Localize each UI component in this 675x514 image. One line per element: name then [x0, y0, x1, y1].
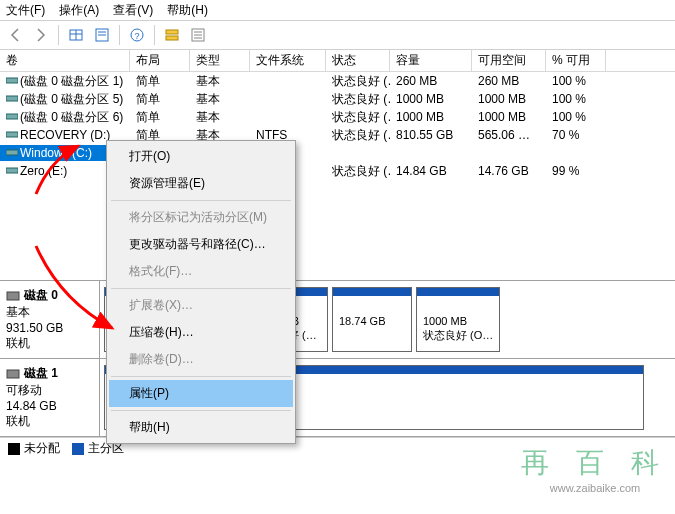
- col-type[interactable]: 类型: [190, 49, 250, 72]
- ctx-format: 格式化(F)…: [109, 258, 293, 285]
- menu-file[interactable]: 文件(F): [6, 2, 45, 18]
- svg-rect-17: [6, 132, 18, 137]
- ctx-delete: 删除卷(D)…: [109, 346, 293, 373]
- ctx-help[interactable]: 帮助(H): [109, 414, 293, 441]
- volume-icon: [6, 74, 18, 88]
- col-volume[interactable]: 卷: [0, 49, 130, 72]
- table-view-icon[interactable]: [65, 24, 87, 46]
- properties-icon[interactable]: [91, 24, 113, 46]
- col-capacity[interactable]: 容量: [390, 49, 472, 72]
- ctx-open[interactable]: 打开(O): [109, 143, 293, 170]
- col-pct[interactable]: % 可用: [546, 49, 606, 72]
- volume-icon: [6, 92, 18, 106]
- volume-pane: 卷 布局 类型 文件系统 状态 容量 可用空间 % 可用 (磁盘 0 磁盘分区 …: [0, 50, 675, 281]
- disk-area: 磁盘 0基本931.50 GB联机RECOVERY (D:)810.55 GB …: [0, 281, 675, 437]
- legend-unallocated: 未分配: [8, 440, 60, 457]
- volume-icon: [6, 128, 18, 142]
- col-status[interactable]: 状态: [326, 49, 390, 72]
- col-free[interactable]: 可用空间: [472, 49, 546, 72]
- disk-icon: [6, 290, 20, 302]
- svg-rect-21: [7, 370, 19, 378]
- ctx-extend: 扩展卷(X)…: [109, 292, 293, 319]
- watermark: 再 百 科 www.zaibaike.com: [521, 444, 669, 494]
- disk-row: 磁盘 0基本931.50 GB联机RECOVERY (D:)810.55 GB …: [0, 281, 675, 359]
- ctx-shrink[interactable]: 压缩卷(H)…: [109, 319, 293, 346]
- menu-action[interactable]: 操作(A): [59, 2, 99, 18]
- list-icon[interactable]: [187, 24, 209, 46]
- volume-row[interactable]: Windows (C:)简单基本NTFS状态良好 (…100.00 GB7.56…: [0, 144, 675, 162]
- partition-box[interactable]: 18.74 GB: [332, 287, 412, 352]
- partition-box[interactable]: 1000 MB状态良好 (O…: [416, 287, 500, 352]
- svg-text:?: ?: [134, 31, 139, 41]
- volume-header: 卷 布局 类型 文件系统 状态 容量 可用空间 % 可用: [0, 50, 675, 72]
- svg-rect-18: [6, 150, 18, 155]
- context-menu: 打开(O) 资源管理器(E) 将分区标记为活动分区(M) 更改驱动器号和路径(C…: [106, 140, 296, 444]
- volume-icon: [6, 146, 18, 160]
- volume-icon: [6, 110, 18, 124]
- volume-icon: [6, 164, 18, 178]
- volume-row[interactable]: (磁盘 0 磁盘分区 6)简单基本状态良好 (…1000 MB1000 MB10…: [0, 108, 675, 126]
- volume-row[interactable]: (磁盘 0 磁盘分区 1)简单基本状态良好 (…260 MB260 MB100 …: [0, 72, 675, 90]
- col-fs[interactable]: 文件系统: [250, 49, 326, 72]
- disk-label[interactable]: 磁盘 1可移动14.84 GB联机: [0, 359, 100, 436]
- volume-row[interactable]: (磁盘 0 磁盘分区 5)简单基本状态良好 (…1000 MB1000 MB10…: [0, 90, 675, 108]
- toolbar: ?: [0, 20, 675, 50]
- back-button[interactable]: [4, 24, 26, 46]
- ctx-change-letter[interactable]: 更改驱动器号和路径(C)…: [109, 231, 293, 258]
- menubar: 文件(F) 操作(A) 查看(V) 帮助(H): [0, 0, 675, 20]
- volume-rows: (磁盘 0 磁盘分区 1)简单基本状态良好 (…260 MB260 MB100 …: [0, 72, 675, 280]
- svg-rect-9: [166, 36, 178, 40]
- volume-row[interactable]: Zero (E:)简单基本NTFS状态良好 (…14.84 GB14.76 GB…: [0, 162, 675, 180]
- col-layout[interactable]: 布局: [130, 49, 190, 72]
- svg-rect-16: [6, 114, 18, 119]
- svg-rect-15: [6, 96, 18, 101]
- svg-rect-14: [6, 78, 18, 83]
- ctx-properties[interactable]: 属性(P): [109, 380, 293, 407]
- ctx-mark-active: 将分区标记为活动分区(M): [109, 204, 293, 231]
- disk-row: 磁盘 1可移动14.84 GB联机Zero (E:)14.84 GB NTFS状…: [0, 359, 675, 437]
- svg-rect-20: [7, 292, 19, 300]
- ctx-explorer[interactable]: 资源管理器(E): [109, 170, 293, 197]
- svg-rect-19: [6, 168, 18, 173]
- help-icon[interactable]: ?: [126, 24, 148, 46]
- disk-icon: [6, 368, 20, 380]
- menu-help[interactable]: 帮助(H): [167, 2, 208, 18]
- menu-view[interactable]: 查看(V): [113, 2, 153, 18]
- disk-label[interactable]: 磁盘 0基本931.50 GB联机: [0, 281, 100, 358]
- volume-row[interactable]: RECOVERY (D:)简单基本NTFS状态良好 (…810.55 GB565…: [0, 126, 675, 144]
- forward-button[interactable]: [30, 24, 52, 46]
- refresh-icon[interactable]: [161, 24, 183, 46]
- svg-rect-8: [166, 30, 178, 34]
